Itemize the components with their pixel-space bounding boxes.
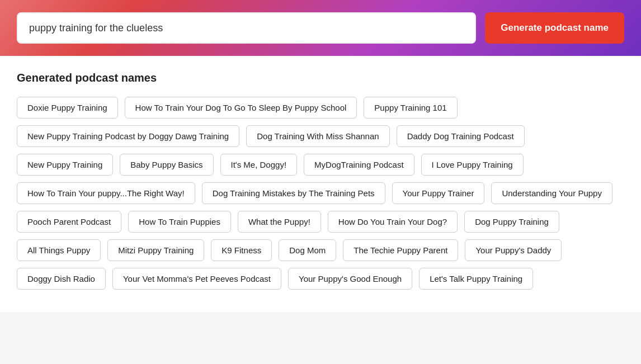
- tag-item[interactable]: Dog Mom: [279, 239, 336, 261]
- tag-item[interactable]: How To Train Puppies: [128, 211, 231, 233]
- tag-item[interactable]: Mitzi Puppy Training: [107, 239, 204, 261]
- tag-item[interactable]: New Puppy Training Podcast by Doggy Dawg…: [17, 125, 239, 147]
- section-title: Generated podcast names: [17, 72, 624, 84]
- generate-button[interactable]: Generate podcast name: [485, 12, 624, 44]
- tag-item[interactable]: New Puppy Training: [17, 154, 113, 176]
- tag-item[interactable]: I Love Puppy Training: [421, 154, 524, 176]
- tag-item[interactable]: It's Me, Doggy!: [220, 154, 298, 176]
- tag-item[interactable]: MyDogTraining Podcast: [304, 154, 414, 176]
- tag-item[interactable]: Baby Puppy Basics: [120, 154, 213, 176]
- tag-item[interactable]: How To Train Your puppy...The Right Way!: [17, 182, 195, 204]
- tag-item[interactable]: Pooch Parent Podcast: [17, 211, 121, 233]
- tag-item[interactable]: Dog Puppy Training: [464, 211, 559, 233]
- tags-container: Doxie Puppy TrainingHow To Train Your Do…: [17, 97, 624, 290]
- tag-item[interactable]: Dog Training Mistakes by The Training Pe…: [202, 182, 385, 204]
- tag-item[interactable]: Daddy Dog Training Podcast: [397, 125, 525, 147]
- tag-item[interactable]: Your Vet Momma's Pet Peeves Podcast: [112, 268, 281, 290]
- tag-item[interactable]: Dog Training With Miss Shannan: [246, 125, 389, 147]
- tag-item[interactable]: Understanding Your Puppy: [491, 182, 612, 204]
- tag-item[interactable]: Doxie Puppy Training: [17, 97, 118, 119]
- tag-item[interactable]: Doggy Dish Radio: [17, 268, 106, 290]
- tag-item[interactable]: Your Puppy's Good Enough: [288, 268, 412, 290]
- content-section: Generated podcast names Doxie Puppy Trai…: [0, 56, 641, 312]
- tag-item[interactable]: Your Puppy Trainer: [392, 182, 485, 204]
- tag-item[interactable]: K9 Fitness: [211, 239, 272, 261]
- tag-item[interactable]: How Do You Train Your Dog?: [328, 211, 458, 233]
- search-input[interactable]: [17, 12, 476, 44]
- tag-item[interactable]: What the Puppy!: [238, 211, 321, 233]
- tag-item[interactable]: Your Puppy's Daddy: [465, 239, 562, 261]
- tag-item[interactable]: The Techie Puppy Parent: [343, 239, 458, 261]
- hero-section: Generate podcast name: [0, 0, 641, 56]
- tag-item[interactable]: Puppy Training 101: [364, 97, 457, 119]
- tag-item[interactable]: How To Train Your Dog To Go To Sleep By …: [125, 97, 357, 119]
- tag-item[interactable]: All Things Puppy: [17, 239, 101, 261]
- tag-item[interactable]: Let's Talk Puppy Training: [419, 268, 533, 290]
